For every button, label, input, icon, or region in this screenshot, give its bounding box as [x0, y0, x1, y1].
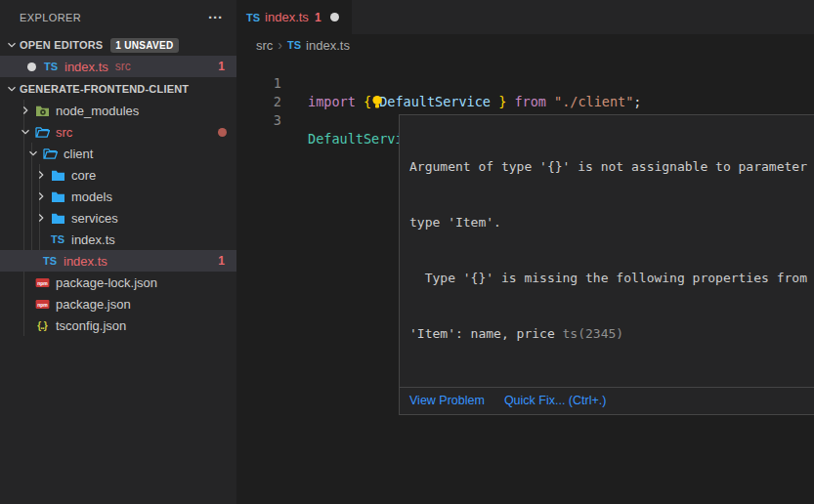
npm-icon: npm [33, 274, 51, 290]
tree-item-core[interactable]: core [0, 164, 236, 186]
breadcrumb-folder[interactable]: src [256, 38, 273, 53]
chevron-right-icon [33, 167, 49, 183]
tree-item-node-modules[interactable]: node_modules [0, 100, 236, 121]
typescript-icon: TS [287, 39, 301, 51]
typescript-icon: TS [246, 12, 260, 23]
typescript-icon: TS [44, 61, 58, 72]
npm-icon: npm [33, 296, 51, 312]
hover-message-line: type 'Item'. [409, 213, 814, 231]
hover-message-line: Argument of type '{}' is not assignable … [409, 157, 814, 176]
open-editor-filename: index.ts [64, 60, 108, 74]
tab-dirty-dot-icon[interactable] [330, 13, 339, 21]
unsaved-badge: 1 UNSAVED [110, 38, 178, 53]
tab-error-count: 1 [315, 11, 321, 24]
svg-text:npm: npm [37, 279, 48, 285]
error-count-badge: 1 [218, 60, 225, 73]
chevron-down-icon [18, 124, 33, 140]
explorer-title: EXPLORER [20, 12, 81, 23]
folder-icon [49, 167, 66, 183]
tree-item-label: client [64, 147, 93, 161]
chevron-down-icon [4, 37, 20, 53]
tree-item-label: package.json [56, 297, 131, 312]
tree-item-src[interactable]: src [0, 121, 236, 143]
tree-item-label: index.ts [71, 232, 115, 247]
folder-open-icon [41, 146, 59, 161]
typescript-icon: TS [43, 255, 57, 267]
explorer-sidebar: EXPLORER ··· OPEN EDITORS 1 UNSAVED TS i… [0, 0, 236, 504]
tree-item-models[interactable]: models [0, 186, 236, 207]
tree-item-label: core [71, 168, 96, 183]
breadcrumb-separator-icon: › [278, 37, 282, 53]
typescript-icon: TS [51, 233, 64, 245]
more-actions-icon[interactable]: ··· [208, 13, 223, 22]
chevron-down-icon [25, 146, 41, 161]
breadcrumb-file[interactable]: index.ts [306, 38, 350, 53]
workspace-name: GENERATE-FRONTEND-CLIENT [20, 83, 189, 95]
open-editor-description: src [115, 60, 131, 73]
tree-item-label: index.ts [64, 254, 107, 269]
chevron-right-icon [33, 189, 49, 204]
quick-fix-link[interactable]: Quick Fix... (Ctrl+.) [504, 394, 607, 407]
tree-item-label: models [71, 189, 112, 204]
chevron-down-icon [4, 81, 20, 97]
dirty-dot-icon [27, 63, 36, 71]
json-braces-icon: {..} [37, 320, 46, 331]
workspace-section-header[interactable]: GENERATE-FRONTEND-CLIENT [0, 78, 236, 100]
chevron-right-icon [18, 103, 33, 118]
code-line-1[interactable]: 1 import { DefaultService } from "./clie… [236, 56, 814, 74]
error-count-badge: 1 [218, 254, 225, 268]
hover-message: Argument of type '{}' is not assignable … [400, 115, 814, 387]
hover-diagnostic-popup: Argument of type '{}' is not assignable … [399, 114, 814, 415]
view-problem-link[interactable]: View Problem [409, 394, 485, 407]
tree-item-tsconfig-json[interactable]: {..} tsconfig.json [0, 315, 236, 336]
node-modules-folder-icon [33, 103, 51, 118]
tree-item-label: tsconfig.json [56, 318, 126, 333]
tab-index-ts[interactable]: TS index.ts 1 [236, 0, 352, 34]
tab-filename: index.ts [265, 10, 309, 24]
modified-dot-icon [218, 128, 227, 137]
folder-icon [49, 189, 66, 204]
tree-item-index-ts-src[interactable]: TS index.ts 1 [0, 250, 236, 272]
tree-item-package-lock-json[interactable]: npm package-lock.json [0, 272, 236, 293]
tree-item-label: src [56, 125, 72, 140]
folder-open-icon [33, 124, 51, 140]
tree-item-label: node_modules [56, 104, 139, 118]
chevron-right-icon [33, 210, 49, 226]
ts-error-code: ts(2345) [563, 326, 624, 341]
open-editors-label: OPEN EDITORS [20, 39, 103, 51]
code-line-3[interactable]: 3 DefaultService.createItemItemPost({}) [236, 93, 814, 111]
folder-icon [49, 210, 66, 226]
tree-item-client[interactable]: client [0, 143, 236, 164]
breadcrumb[interactable]: src › TS index.ts [236, 34, 814, 56]
tree-item-package-json[interactable]: npm package.json [0, 293, 236, 315]
explorer-header: EXPLORER ··· [0, 0, 236, 34]
hover-actions: View Problem Quick Fix... (Ctrl+.) [400, 387, 814, 414]
editor-group: TS index.ts 1 src › TS index.ts 1 import… [236, 0, 814, 504]
line-number: 3 [236, 111, 281, 130]
hover-message-line: Type '{}' is missing the following prope… [409, 269, 814, 287]
tree-item-label: package-lock.json [56, 275, 157, 290]
code-line-2[interactable]: 2 [236, 74, 814, 93]
open-editors-section-header[interactable]: OPEN EDITORS 1 UNSAVED [0, 34, 236, 56]
open-editor-item-index-ts[interactable]: TS index.ts src 1 [0, 56, 236, 77]
tree-item-index-ts-client[interactable]: TS index.ts [0, 229, 236, 250]
tree-item-services[interactable]: services [0, 207, 236, 229]
hover-message-line: 'Item': name, price ts(2345) [409, 324, 814, 343]
vscode-window: EXPLORER ··· OPEN EDITORS 1 UNSAVED TS i… [0, 0, 814, 504]
svg-text:npm: npm [37, 301, 48, 307]
tree-item-label: services [71, 211, 118, 226]
